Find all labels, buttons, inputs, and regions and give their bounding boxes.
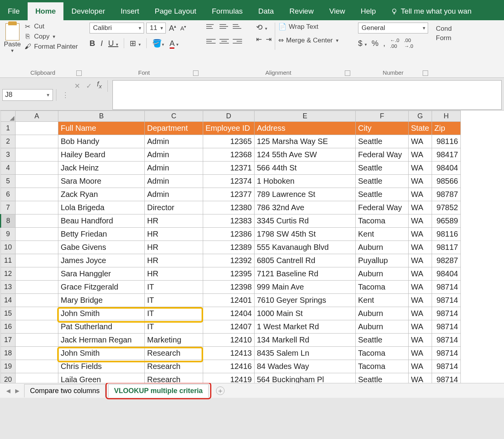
dialog-launcher-icon[interactable] bbox=[193, 70, 198, 76]
row-header[interactable]: 12 bbox=[1, 267, 16, 281]
column-header[interactable]: E bbox=[255, 111, 356, 122]
italic-button[interactable]: I bbox=[100, 39, 103, 48]
cell[interactable]: 1 West Market Rd bbox=[255, 320, 356, 334]
align-left-icon[interactable] bbox=[206, 37, 216, 45]
cell[interactable]: WA bbox=[409, 241, 432, 254]
cell[interactable]: WA bbox=[409, 162, 432, 175]
increase-decimal-icon[interactable]: ←.0.00 bbox=[390, 37, 399, 49]
cell[interactable]: 786 32nd Ave bbox=[255, 201, 356, 214]
cell[interactable]: WA bbox=[409, 360, 432, 373]
cell[interactable]: Research bbox=[145, 360, 203, 373]
cell[interactable]: WA bbox=[409, 148, 432, 162]
cell[interactable]: 98714 bbox=[432, 373, 461, 383]
cell[interactable]: Lola Brigeda bbox=[58, 201, 145, 214]
enter-icon[interactable]: ✓ bbox=[83, 80, 95, 92]
cell[interactable] bbox=[16, 122, 58, 135]
cell[interactable]: Grace Fitzgerald bbox=[58, 281, 145, 294]
cell[interactable]: 134 Markell Rd bbox=[255, 334, 356, 347]
cell[interactable]: 98714 bbox=[432, 347, 461, 360]
cell[interactable]: 12398 bbox=[203, 281, 255, 294]
cell[interactable]: 98714 bbox=[432, 307, 461, 320]
spreadsheet-grid[interactable]: ABCDEFGH1Full NameDepartmentEmployee IDA… bbox=[0, 111, 504, 383]
cell[interactable]: Seattle bbox=[356, 135, 409, 148]
dialog-launcher-icon[interactable] bbox=[76, 70, 82, 76]
cell[interactable]: John Smith bbox=[58, 307, 145, 320]
cell[interactable]: Puyallup bbox=[356, 254, 409, 267]
underline-button[interactable]: U ▾ bbox=[108, 39, 118, 48]
cell[interactable]: 12392 bbox=[203, 254, 255, 267]
increase-font-icon[interactable]: A▴ bbox=[168, 24, 177, 33]
cell[interactable]: 98417 bbox=[432, 148, 461, 162]
cell[interactable]: WA bbox=[409, 201, 432, 214]
cell[interactable]: WA bbox=[409, 347, 432, 360]
wrap-text-button[interactable]: 📄Wrap Text bbox=[278, 23, 339, 31]
cell[interactable]: 12410 bbox=[203, 334, 255, 347]
cell[interactable]: City bbox=[356, 122, 409, 135]
cell[interactable]: 8435 Salem Ln bbox=[255, 347, 356, 360]
cell[interactable]: 124 55th Ave SW bbox=[255, 148, 356, 162]
tab-home[interactable]: Home bbox=[28, 2, 64, 20]
cell[interactable]: 12380 bbox=[203, 201, 255, 214]
cell[interactable]: WA bbox=[409, 267, 432, 281]
percent-format-button[interactable]: % bbox=[372, 39, 379, 48]
cell[interactable]: Laila Green bbox=[58, 373, 145, 383]
cell[interactable]: Seattle bbox=[356, 162, 409, 175]
cell[interactable] bbox=[16, 294, 58, 307]
comma-format-button[interactable]: , bbox=[383, 39, 385, 48]
cell[interactable]: WA bbox=[409, 294, 432, 307]
cell[interactable] bbox=[16, 214, 58, 228]
row-header[interactable]: 20 bbox=[1, 373, 16, 383]
cell[interactable]: State bbox=[409, 122, 432, 135]
increase-indent-icon[interactable]: ⇥ bbox=[266, 35, 272, 44]
cell[interactable] bbox=[16, 241, 58, 254]
column-header[interactable]: B bbox=[58, 111, 145, 122]
cell[interactable]: 12389 bbox=[203, 241, 255, 254]
cell[interactable]: Tacoma bbox=[356, 347, 409, 360]
format-as-table-button[interactable]: Form bbox=[436, 34, 451, 42]
cell[interactable]: 98566 bbox=[432, 175, 461, 188]
cell[interactable]: Tacoma bbox=[356, 281, 409, 294]
cell[interactable]: 6805 Cantrell Rd bbox=[255, 254, 356, 267]
cell[interactable] bbox=[16, 373, 58, 383]
row-header[interactable]: 7 bbox=[1, 201, 16, 214]
cell[interactable]: 1000 Main St bbox=[255, 307, 356, 320]
row-header[interactable]: 6 bbox=[1, 188, 16, 201]
cell[interactable]: IT bbox=[145, 320, 203, 334]
cell[interactable]: WA bbox=[409, 334, 432, 347]
font-color-button[interactable]: A ▾ bbox=[170, 39, 179, 48]
bold-button[interactable]: B bbox=[90, 39, 95, 48]
cell[interactable]: 12374 bbox=[203, 175, 255, 188]
row-header[interactable]: 2 bbox=[1, 135, 16, 148]
tell-me-search[interactable]: Tell me what you wan bbox=[384, 2, 472, 20]
cell[interactable]: Sara Hanggler bbox=[58, 267, 145, 281]
cell[interactable]: Zip bbox=[432, 122, 461, 135]
align-bottom-icon[interactable] bbox=[233, 23, 242, 30]
cell[interactable] bbox=[16, 307, 58, 320]
cell[interactable]: 12407 bbox=[203, 320, 255, 334]
cell[interactable]: 12413 bbox=[203, 347, 255, 360]
column-header[interactable]: F bbox=[356, 111, 409, 122]
cell[interactable]: WA bbox=[409, 135, 432, 148]
formula-dots-icon[interactable]: ⋮ bbox=[60, 89, 71, 101]
cell[interactable]: 12416 bbox=[203, 360, 255, 373]
row-header[interactable]: 13 bbox=[1, 281, 16, 294]
cell[interactable]: IT bbox=[145, 281, 203, 294]
cell[interactable]: 789 Lawrence St bbox=[255, 188, 356, 201]
cell[interactable]: Mary Bridge bbox=[58, 294, 145, 307]
cell[interactable]: IT bbox=[145, 307, 203, 320]
cell[interactable]: 12377 bbox=[203, 188, 255, 201]
cell[interactable]: WA bbox=[409, 307, 432, 320]
cell[interactable]: Research bbox=[145, 347, 203, 360]
cell[interactable] bbox=[16, 347, 58, 360]
number-format-combo[interactable]: General▼ bbox=[358, 23, 428, 33]
cell[interactable]: 97852 bbox=[432, 201, 461, 214]
cell[interactable]: WA bbox=[409, 373, 432, 383]
formula-input[interactable] bbox=[112, 80, 502, 110]
row-header[interactable]: 10 bbox=[1, 241, 16, 254]
cell[interactable]: Kent bbox=[356, 294, 409, 307]
accounting-format-button[interactable]: $ ▾ bbox=[358, 39, 367, 48]
row-header[interactable]: 4 bbox=[1, 162, 16, 175]
cell[interactable]: Research bbox=[145, 373, 203, 383]
cell[interactable]: 98714 bbox=[432, 294, 461, 307]
cell[interactable] bbox=[16, 135, 58, 148]
